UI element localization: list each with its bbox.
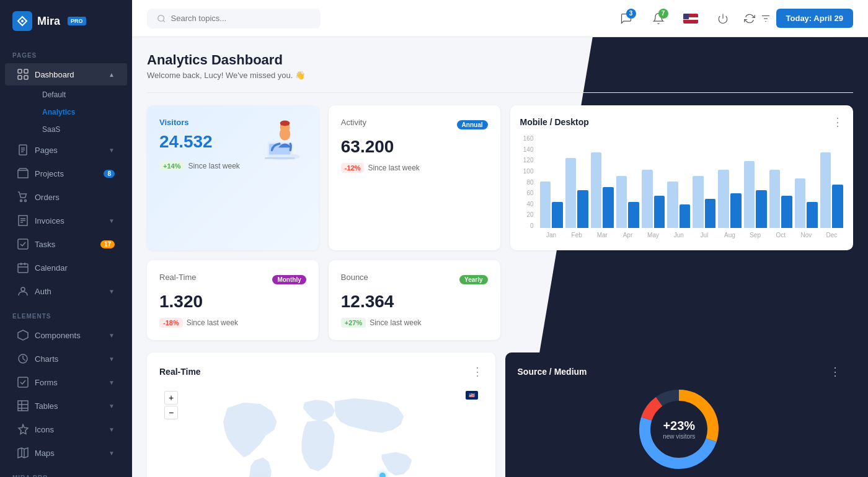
sidebar-item-invoices[interactable]: Invoices ▼ (5, 209, 127, 232)
donut-label: new visitors (663, 433, 695, 440)
bar-light (718, 170, 729, 228)
map-zoom-in[interactable]: + (164, 391, 178, 405)
filter-icon[interactable] (760, 13, 771, 24)
notifications-chat-btn[interactable]: 3 (615, 7, 637, 30)
realtime-value: 1.320 (159, 292, 306, 312)
svg-point-0 (21, 20, 24, 22)
sidebar-item-components[interactable]: Components ▼ (5, 324, 127, 346)
activity-value: 63.200 (341, 137, 488, 157)
bounce-label: Bounce (341, 273, 368, 282)
svg-rect-39 (265, 157, 294, 159)
flag-btn[interactable] (680, 7, 702, 30)
sidebar-item-tables-label: Tables (35, 401, 58, 411)
sidebar-item-default[interactable]: Default (35, 86, 127, 103)
donut-center: +23% new visitors (663, 419, 695, 440)
bar-light (642, 170, 653, 228)
bar-group (795, 178, 818, 228)
sidebar-item-projects-label: Projects (35, 169, 64, 178)
bar-dark (680, 204, 691, 228)
pro-badge: PRO (68, 17, 86, 25)
sidebar-item-icons-label: Icons (35, 425, 54, 434)
bar-dark (552, 202, 563, 228)
visitors-footer: +14% Since last week (159, 161, 306, 171)
activity-badge: Annual (457, 120, 488, 129)
realtime-change: -18% (159, 318, 183, 328)
x-label: Sep (744, 232, 767, 239)
donut-wrapper: +23% new visitors (636, 386, 722, 473)
power-btn[interactable] (712, 7, 734, 30)
page-title: Analytics Dashboard (147, 52, 305, 68)
search-icon (157, 14, 166, 24)
bar-dark (628, 202, 639, 228)
chevron-down-icon-5: ▼ (108, 356, 115, 362)
bar-light (795, 178, 806, 228)
sidebar-item-tasks[interactable]: Tasks 17 (5, 233, 127, 255)
activity-card: Activity Annual 63.200 -12% Since last w… (329, 105, 500, 250)
realtime-map-card: Real-Time ⋮ (147, 352, 495, 477)
sidebar-item-analytics-label: Analytics (42, 108, 75, 116)
bar-chart: JanFebMarAprMayJunJulAugSepOctNovDec (540, 135, 844, 240)
sidebar-item-auth[interactable]: Auth ▼ (5, 280, 127, 302)
sidebar-item-orders-label: Orders (35, 193, 60, 202)
realtime-map-menu[interactable]: ⋮ (472, 365, 483, 379)
mobile-desktop-menu[interactable]: ⋮ (832, 115, 843, 129)
sidebar-item-pages[interactable]: Pages ▼ (5, 139, 127, 161)
section-label-elements: ELEMENTS (0, 303, 132, 323)
search-input[interactable] (171, 14, 311, 23)
chevron-down-icon-7: ▼ (108, 403, 115, 409)
source-medium-menu[interactable]: ⋮ (830, 365, 841, 379)
refresh-icon[interactable] (744, 13, 755, 24)
bar-dark (654, 196, 665, 228)
donut-percentage: +23% (663, 419, 695, 433)
svg-point-9 (20, 200, 22, 202)
bar-group (642, 170, 665, 228)
section-label-mirapro: MIRA PRO (0, 465, 132, 477)
sidebar-item-projects[interactable]: Projects 8 (5, 162, 127, 185)
chevron-down-icon-6: ▼ (108, 379, 115, 386)
projects-badge: 8 (104, 170, 115, 178)
app-name: Mira (37, 15, 60, 28)
main-area: 3 7 Today: April 29 (132, 0, 868, 477)
chevron-down-icon-9: ▼ (108, 450, 115, 457)
sidebar-item-saas[interactable]: SaaS (35, 121, 127, 138)
sidebar-item-orders[interactable]: Orders (5, 186, 127, 208)
today-button[interactable]: Today: April 29 (776, 9, 853, 28)
activity-footer: -12% Since last week (341, 163, 488, 173)
bar-group (820, 152, 843, 228)
notifications-bell-btn[interactable]: 7 (647, 7, 670, 30)
sidebar-item-analytics[interactable]: Analytics (35, 103, 127, 121)
sidebar-item-dashboard[interactable]: Dashboard ▲ (5, 63, 127, 85)
svg-rect-4 (24, 76, 28, 79)
realtime-card: Real-Time Monthly 1.320 -18% Since last … (147, 260, 319, 340)
map-zoom-out[interactable]: − (164, 406, 178, 419)
svg-rect-3 (18, 76, 22, 79)
sidebar-item-charts-label: Charts (35, 354, 58, 364)
section-label-pages: PAGES (0, 42, 132, 63)
flag-indicator: 🇺🇸 (466, 391, 478, 400)
sidebar-item-icons[interactable]: Icons ▼ (5, 418, 127, 440)
sidebar-item-calendar[interactable]: Calendar (5, 256, 127, 279)
y-axis: 160140120100806040200 (520, 135, 538, 240)
bar-dark (577, 190, 588, 228)
x-label: Jan (540, 232, 563, 239)
chevron-down-icon-8: ▼ (108, 426, 115, 433)
bounce-footer: +27% Since last week (341, 318, 488, 328)
sidebar-item-tables[interactable]: Tables ▼ (5, 395, 127, 417)
map-area: + − 🇺🇸 (159, 386, 483, 477)
sidebar-sub-dashboard: Default Analytics SaaS (0, 86, 132, 138)
bounce-value: 12.364 (341, 292, 488, 312)
search-box[interactable] (147, 9, 321, 28)
realtime-badge: Monthly (272, 275, 306, 284)
activity-label: Activity (341, 118, 366, 127)
bar-light (540, 182, 551, 228)
bar-group (718, 170, 741, 228)
sidebar-item-charts[interactable]: Charts ▼ (5, 348, 127, 370)
bar-group (540, 182, 563, 228)
sidebar-item-forms[interactable]: Forms ▼ (5, 371, 127, 393)
svg-point-20 (21, 287, 25, 291)
chevron-up-icon: ▲ (108, 71, 115, 78)
page-title-area: Analytics Dashboard Welcome back, Lucy! … (147, 52, 305, 80)
sidebar-item-maps[interactable]: Maps ▼ (5, 442, 127, 464)
bounce-period: Since last week (370, 318, 421, 327)
bar-dark (730, 193, 742, 228)
